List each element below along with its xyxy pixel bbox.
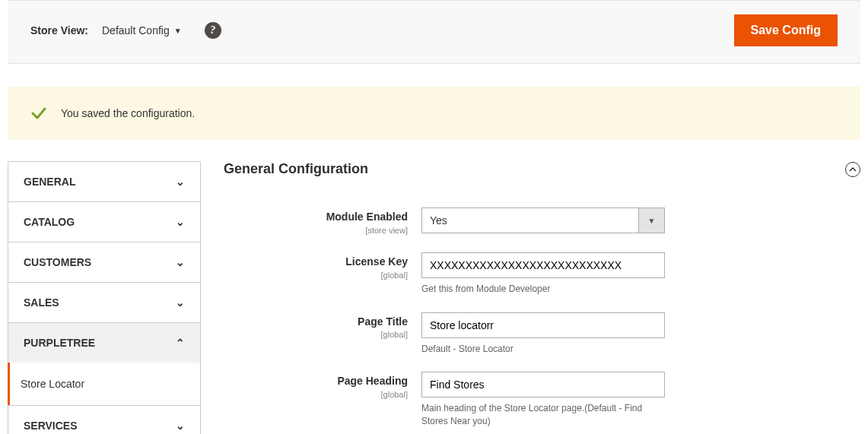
field-label: Page Title (224, 315, 408, 328)
field-scope: [global] (381, 390, 408, 399)
config-main: General Configuration Module Enabled [st… (201, 161, 860, 428)
chevron-up-icon: ⌃ (176, 337, 185, 349)
module-enabled-select[interactable]: Yes ▼ (421, 207, 665, 233)
help-icon[interactable]: ? (205, 22, 221, 39)
sidebar-item-store-locator[interactable]: Store Locator (8, 363, 201, 406)
section-title: General Configuration (224, 161, 368, 177)
collapse-up-icon (845, 162, 860, 177)
caret-down-icon: ▼ (638, 208, 664, 233)
field-row-page-heading: Page Heading [global] Main heading of th… (224, 372, 860, 428)
field-note: Get this from Module Developer (421, 283, 665, 296)
chevron-down-icon: ⌄ (176, 256, 185, 268)
sidebar-tab-customers[interactable]: CUSTOMERS ⌄ (8, 242, 201, 283)
sidebar-tab-label: CUSTOMERS (24, 256, 91, 268)
sidebar-tab-label: GENERAL (24, 176, 75, 188)
chevron-down-icon: ⌄ (176, 420, 185, 432)
field-row-license-key: License Key [global] Get this from Modul… (224, 252, 860, 296)
sidebar-tab-catalog[interactable]: CATALOG ⌄ (8, 201, 201, 242)
chevron-down-icon: ⌄ (176, 176, 185, 188)
store-view-value: Default Config (102, 24, 170, 36)
license-key-input[interactable] (421, 252, 665, 278)
page-title-input[interactable] (421, 312, 665, 338)
toolbar: Store View: Default Config ▼ ? Save Conf… (8, 0, 860, 64)
section-header[interactable]: General Configuration (224, 161, 860, 191)
success-message-text: You saved the configuration. (61, 107, 195, 119)
sidebar-tab-label: SERVICES (24, 420, 78, 432)
sidebar-tab-label: CATALOG (24, 216, 75, 228)
chevron-down-icon: ⌄ (176, 296, 185, 309)
sidebar-tab-general[interactable]: GENERAL ⌄ (8, 161, 201, 202)
field-label: License Key (224, 255, 408, 268)
field-note: Default - Store Locator (421, 343, 665, 356)
store-view-select[interactable]: Default Config ▼ (102, 24, 182, 36)
sidebar-tab-services[interactable]: SERVICES ⌄ (8, 405, 201, 434)
field-scope: [global] (381, 271, 408, 280)
field-note: Main heading of the Store Locator page.(… (421, 402, 665, 428)
save-config-button[interactable]: Save Config (734, 14, 838, 46)
chevron-down-icon: ⌄ (176, 216, 185, 228)
field-row-module-enabled: Module Enabled [store view] Yes ▼ (224, 207, 860, 236)
sidebar-tab-sales[interactable]: SALES ⌄ (8, 282, 201, 323)
field-scope: [global] (381, 330, 408, 339)
store-view-label: Store View: (30, 24, 88, 36)
page-heading-input[interactable] (421, 372, 665, 398)
sidebar-tab-label: PURPLETREE (24, 337, 95, 349)
sidebar-item-label: Store Locator (21, 378, 84, 390)
select-value: Yes (430, 214, 447, 227)
success-message: You saved the configuration. (8, 87, 860, 140)
sidebar-tab-label: SALES (24, 296, 59, 309)
check-icon (30, 105, 47, 122)
field-label: Page Heading (224, 375, 408, 388)
sidebar-tab-purpletree[interactable]: PURPLETREE ⌃ (8, 322, 201, 363)
field-label: Module Enabled (224, 211, 408, 223)
caret-down-icon: ▼ (174, 27, 182, 35)
field-row-page-title: Page Title [global] Default - Store Loca… (224, 312, 860, 356)
config-sidebar: GENERAL ⌄ CATALOG ⌄ CUSTOMERS ⌄ SALES ⌄ … (8, 161, 201, 434)
field-scope: [store view] (365, 226, 408, 235)
